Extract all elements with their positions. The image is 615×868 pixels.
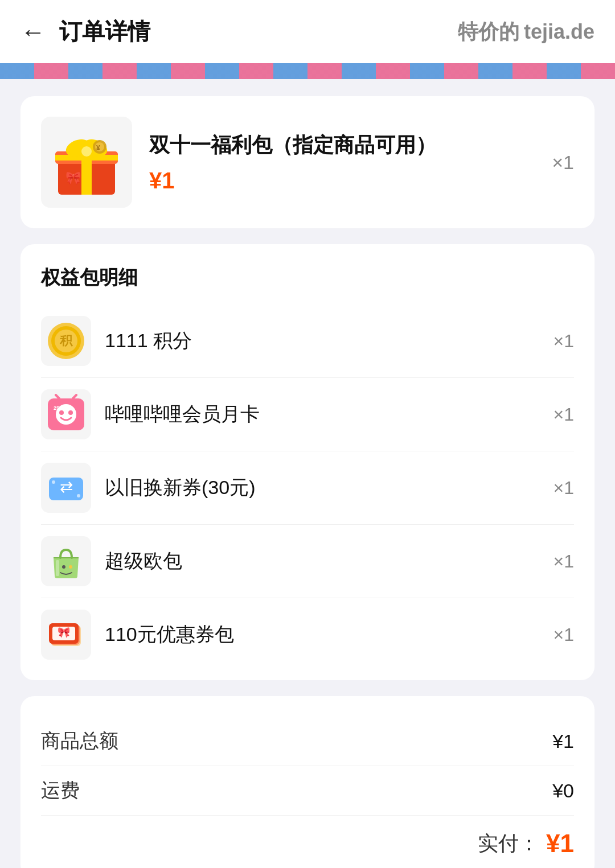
svg-point-19	[59, 410, 64, 415]
coins-icon: 积	[46, 320, 87, 361]
product-name: 双十一福利包（指定商品可用）	[149, 131, 535, 159]
subtotal-value: ¥1	[552, 730, 574, 752]
benefit-name-0: 1111 积分	[105, 328, 540, 354]
product-quantity: ×1	[552, 151, 574, 174]
bilibili-icon-wrap: 25	[41, 389, 91, 439]
subtotal-label: 商品总额	[41, 728, 118, 754]
subtotal-row: 商品总额 ¥1	[41, 717, 574, 766]
brand-logo: 特价的 tejia.de	[458, 18, 594, 46]
benefit-item: 🎀 110元优惠券包 ×1	[41, 598, 574, 660]
benefits-title: 权益包明细	[41, 265, 574, 291]
svg-point-24	[52, 480, 55, 484]
benefit-item: 超级欧包 ×1	[41, 525, 574, 598]
logo-en-text: tejia.de	[524, 20, 594, 44]
summary-card: 商品总额 ¥1 运费 ¥0 实付： ¥1	[20, 696, 594, 868]
benefits-card: 权益包明细 积 1111 积分 ×1	[20, 244, 594, 680]
benefit-item: 积 1111 积分 ×1	[41, 305, 574, 378]
svg-text:🎀: 🎀	[58, 626, 71, 639]
total-label: 实付：	[478, 830, 539, 858]
benefit-name-4: 110元优惠券包	[105, 622, 540, 648]
page-title: 订单详情	[59, 16, 150, 47]
logo-cn-text: 特价的	[458, 18, 519, 46]
shipping-row: 运费 ¥0	[41, 766, 574, 816]
svg-line-16	[56, 395, 59, 398]
product-info: 双十一福利包（指定商品可用） ¥1	[149, 131, 535, 193]
svg-text:🎀: 🎀	[65, 170, 81, 186]
dashed-banner	[0, 63, 615, 79]
svg-point-27	[69, 565, 72, 569]
svg-point-6	[81, 146, 92, 157]
coins-icon-wrap: 积	[41, 316, 91, 366]
coupon-icon-wrap: 🎀	[41, 610, 91, 660]
total-value: ¥1	[546, 829, 574, 858]
total-row: 实付： ¥1	[41, 816, 574, 858]
benefit-name-3: 超级欧包	[105, 548, 540, 574]
benefit-name-1: 哔哩哔哩会员月卡	[105, 401, 540, 427]
svg-point-20	[68, 410, 73, 415]
benefit-qty-4: ×1	[554, 624, 574, 645]
product-image: 🎀 ¥	[41, 117, 132, 208]
svg-line-17	[73, 395, 76, 398]
benefit-name-2: 以旧换新券(30元)	[105, 475, 540, 501]
bag-icon	[46, 541, 87, 582]
svg-text:⇄: ⇄	[60, 478, 73, 496]
benefit-qty-0: ×1	[554, 331, 574, 352]
svg-text:¥: ¥	[96, 144, 100, 152]
svg-point-26	[62, 565, 65, 569]
svg-point-25	[77, 494, 80, 497]
benefit-item: ⇄ 以旧换新券(30元) ×1	[41, 451, 574, 525]
svg-rect-28	[56, 560, 59, 576]
exchange-icon-wrap: ⇄	[41, 463, 91, 513]
benefit-qty-2: ×1	[554, 478, 574, 499]
gift-box-icon: 🎀 ¥	[50, 125, 124, 199]
shipping-value: ¥0	[552, 780, 574, 802]
bag-icon-wrap	[41, 536, 91, 586]
svg-text:25: 25	[54, 405, 59, 411]
exchange-icon: ⇄	[46, 467, 87, 508]
product-card: 🎀 ¥ 双十一福利包（指定商品可用） ¥1 ×1	[20, 96, 594, 228]
back-button[interactable]: ←	[20, 19, 46, 44]
coupon-icon: 🎀	[46, 614, 87, 655]
svg-text:积: 积	[59, 334, 73, 348]
benefit-qty-3: ×1	[554, 551, 574, 572]
bilibili-icon: 25	[46, 394, 87, 435]
shipping-label: 运费	[41, 778, 80, 804]
benefit-qty-1: ×1	[554, 404, 574, 425]
header: ← 订单详情 特价的 tejia.de	[0, 0, 615, 63]
main-content: 🎀 ¥ 双十一福利包（指定商品可用） ¥1 ×1 权益包明细 积	[0, 79, 615, 868]
product-price: ¥1	[149, 168, 535, 194]
benefit-item: 25 哔哩哔哩会员月卡 ×1	[41, 378, 574, 451]
